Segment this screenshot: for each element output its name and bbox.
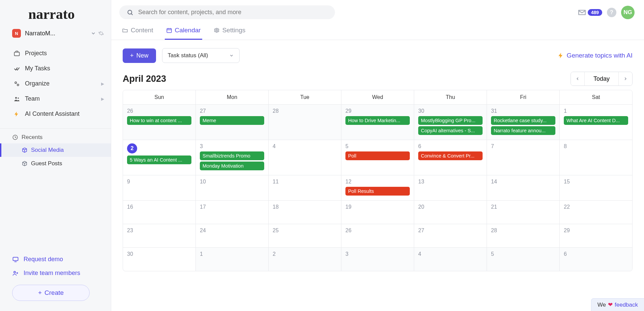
svg-point-1 <box>15 82 17 83</box>
calendar-event[interactable]: CopyAI alternatives - S... <box>418 126 483 135</box>
workspace-switcher[interactable]: N NarratoM... <box>0 26 111 44</box>
calendar-event[interactable]: What Are AI Content D... <box>564 116 628 125</box>
calendar-prev-button[interactable] <box>571 72 584 85</box>
calendar-cell[interactable]: 25 Ways an AI Content ... <box>123 140 196 175</box>
calendar-cell[interactable]: 11 <box>269 175 341 200</box>
calendar-cell[interactable]: 6 <box>560 247 632 271</box>
sidebar-item-ai-assistant[interactable]: AI Content Assistant <box>0 106 111 122</box>
calendar-cell[interactable]: 3 <box>341 247 414 271</box>
calendar-day-number: 20 <box>418 204 483 210</box>
calendar-cell[interactable]: 10 <box>196 175 269 200</box>
recent-item-guest-posts[interactable]: Guest Posts <box>0 157 111 170</box>
calendar-event[interactable]: Convince & Convert Pr... <box>418 151 483 160</box>
calendar-cell[interactable]: 22 <box>560 200 632 224</box>
calendar-cell[interactable]: 8 <box>560 140 632 175</box>
calendar-event[interactable]: Poll Results <box>345 187 410 196</box>
calendar-cell[interactable]: 13 <box>414 175 487 200</box>
calendar-cell[interactable]: 16 <box>123 200 196 224</box>
calendar-cell[interactable]: 18 <box>269 200 341 224</box>
request-demo-link[interactable]: Request demo <box>12 252 99 266</box>
search-box[interactable] <box>119 5 335 19</box>
calendar-event[interactable]: Narrato feature annou... <box>491 126 555 135</box>
calendar-cell[interactable]: 24 <box>196 224 269 247</box>
calendar-cell[interactable]: 2 <box>269 247 341 271</box>
calendar-day-number: 15 <box>564 179 628 185</box>
calendar-cell[interactable]: 5Poll <box>341 140 414 175</box>
tab-settings[interactable]: Settings <box>212 23 247 40</box>
calendar-cell[interactable]: 21 <box>487 200 560 224</box>
calendar-day-number: 17 <box>200 204 264 210</box>
calendar-cell[interactable]: 20 <box>414 200 487 224</box>
new-button[interactable]: + New <box>123 48 156 63</box>
calendar-day-number: 29 <box>345 108 410 114</box>
calendar-cell[interactable]: 25 <box>269 224 341 247</box>
calendar-cell[interactable]: 23 <box>123 224 196 247</box>
calendar-cell[interactable]: 30MostlyBlogging GP Pro...CopyAI alterna… <box>414 104 487 140</box>
calendar-cell[interactable]: 28 <box>487 224 560 247</box>
create-button[interactable]: + Create <box>12 285 90 301</box>
calendar-cell[interactable]: 29How to Drive Marketin... <box>341 104 414 140</box>
search-input[interactable] <box>138 9 328 16</box>
tab-content[interactable]: Content <box>121 23 155 40</box>
calendar-event[interactable]: Meme <box>200 116 264 125</box>
calendar-cell[interactable]: 26 <box>341 224 414 247</box>
link-label: Request demo <box>24 256 63 263</box>
calendar-event[interactable]: MostlyBlogging GP Pro... <box>418 116 483 125</box>
calendar-day-number: 24 <box>200 228 264 234</box>
calendar-cell[interactable]: 9 <box>123 175 196 200</box>
calendar-cell[interactable]: 12Poll Results <box>341 175 414 200</box>
sidebar-item-mytasks[interactable]: My Tasks <box>0 61 111 76</box>
calendar-cell[interactable]: 1What Are AI Content D... <box>560 104 632 140</box>
calendar-cell[interactable]: 7 <box>487 140 560 175</box>
calendar-next-button[interactable] <box>619 72 632 85</box>
brand-logo[interactable]: narrato <box>0 5 111 26</box>
tab-calendar[interactable]: Calendar <box>165 23 202 40</box>
feedback-widget[interactable]: We ❤ feedback <box>591 298 644 311</box>
calendar-event[interactable]: 5 Ways an AI Content ... <box>127 156 191 164</box>
calendar-day-number: 5 <box>345 143 410 149</box>
calendar-cell[interactable]: 15 <box>560 175 632 200</box>
calendar-cell[interactable]: 19 <box>341 200 414 224</box>
generate-topics-link[interactable]: Generate topics with AI <box>557 52 633 59</box>
calendar-cell[interactable]: 27 <box>414 224 487 247</box>
calendar-event[interactable]: How to win at content ... <box>127 116 191 125</box>
calendar-cell[interactable]: 29 <box>560 224 632 247</box>
calendar-day-number: 19 <box>345 204 410 210</box>
calendar-cell[interactable]: 6Convince & Convert Pr... <box>414 140 487 175</box>
calendar-cell[interactable]: 27Meme <box>196 104 269 140</box>
calendar-event[interactable]: Poll <box>345 151 410 160</box>
calendar-today-button[interactable]: Today <box>584 72 619 85</box>
calendar-cell[interactable]: 31Rocketlane case study...Narrato featur… <box>487 104 560 140</box>
calendar-cell[interactable]: 28 <box>269 104 341 140</box>
sidebar-item-organize[interactable]: Organize ▶ <box>0 76 111 91</box>
invite-team-link[interactable]: Invite team members <box>12 266 99 280</box>
gear-icon[interactable] <box>98 30 104 36</box>
briefcase-icon <box>13 50 22 57</box>
calendar-event[interactable]: How to Drive Marketin... <box>345 116 410 125</box>
calendar-cell[interactable]: 4 <box>414 247 487 271</box>
calendar-cell[interactable]: 5 <box>487 247 560 271</box>
notifications[interactable]: 489 <box>578 8 602 17</box>
calendar-cell[interactable]: 1 <box>196 247 269 271</box>
avatar[interactable]: NG <box>621 6 635 19</box>
calendar-title: April 2023 <box>123 74 166 84</box>
chevron-down-icon <box>229 53 234 58</box>
calendar-event[interactable]: Smallbiztrends Promo <box>200 151 264 160</box>
calendar-cell[interactable]: 4 <box>269 140 341 175</box>
calendar-cell[interactable]: 3Smallbiztrends PromoMonday Motivation <box>196 140 269 175</box>
sidebar-item-team[interactable]: Team ▶ <box>0 91 111 106</box>
svg-point-17 <box>216 30 217 31</box>
svg-line-12 <box>131 13 133 15</box>
help-icon[interactable]: ? <box>607 8 616 17</box>
calendar-cell[interactable]: 30 <box>123 247 196 271</box>
calendar-cell[interactable]: 14 <box>487 175 560 200</box>
svg-point-11 <box>128 10 132 14</box>
calendar-event[interactable]: Rocketlane case study... <box>491 116 555 125</box>
calendar-event[interactable]: Monday Motivation <box>200 162 264 170</box>
calendar-cell[interactable]: 26How to win at content ... <box>123 104 196 140</box>
task-status-filter[interactable]: Task status (All) <box>162 48 240 63</box>
calendar-cell[interactable]: 17 <box>196 200 269 224</box>
recent-item-social-media[interactable]: Social Media <box>0 143 111 157</box>
chevron-down-icon[interactable] <box>91 31 96 36</box>
sidebar-item-projects[interactable]: Projects <box>0 46 111 61</box>
